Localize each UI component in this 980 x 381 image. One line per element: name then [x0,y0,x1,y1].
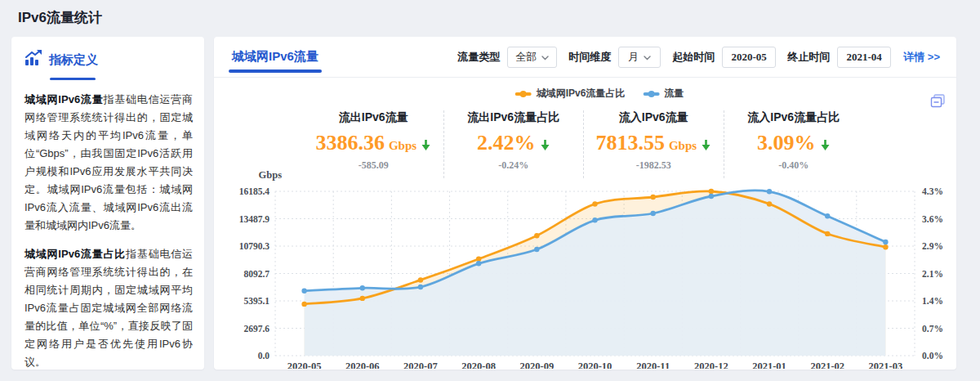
page-title: IPv6流量统计 [0,0,980,26]
right-tick-label: 2.9% [922,241,943,251]
legend-item-ratio[interactable]: 城域网IPv6流量占比 [515,87,626,101]
traffic-type-value: 全部 [515,50,537,65]
content: 指标定义 城域网IPv6流量指基础电信运营商网络管理系统统计得出的，固定城域网络… [11,37,980,370]
x-tick-label: 2020-07 [403,361,438,369]
stat-title: 流出IPv6流量占比 [444,110,584,125]
traffic-type-label: 流量类型 [457,50,500,65]
chevron-down-icon [644,51,651,63]
right-tick-label: 0.7% [922,324,943,334]
right-tick-label: 0.0% [922,351,943,361]
legend-row: 城域网IPv6流量占比 流量 [214,87,956,103]
tab-label: 城域网IPv6流量 [232,49,318,65]
x-tick-label: 2020-09 [519,361,554,369]
left-tick-label: 8092.7 [243,269,270,279]
start-time-label: 起始时间 [672,50,715,65]
bar-chart-icon [24,50,42,69]
definition-term: 城域网IPv6流量 [24,93,103,105]
chevron-down-icon [541,51,549,63]
page: IPv6流量统计 指标定义 城域网IPv6流量指基础电信运营商网络管理系统统计得… [0,0,980,370]
stat-title: 流入IPv6流量占比 [724,110,864,125]
definition-paragraph: 城域网IPv6流量占比指基础电信运营商网络管理系统统计得出的，在相同统计周期内，… [24,245,193,371]
legend-label: 流量 [664,87,684,101]
left-axis-name: Gbps [259,169,283,181]
left-tick-label: 5395.1 [243,296,270,306]
definition-card: 指标定义 城域网IPv6流量指基础电信运营商网络管理系统统计得出的，固定城域网络… [11,37,204,370]
x-tick-label: 2020-08 [461,361,496,369]
definition-header: 指标定义 [24,50,193,69]
down-arrow-icon [540,139,550,155]
definition-title: 指标定义 [49,52,98,68]
stat-unit: Gbps [389,139,416,153]
traffic-panel: 城域网IPv6流量 流量类型 全部 时间维度 月 起始时间 终止时间 [214,37,956,370]
down-arrow-icon [701,139,711,155]
stat-value: 3386.36 [315,131,385,155]
x-tick-label: 2020-06 [345,361,380,369]
left-tick-label: 2697.6 [243,324,270,334]
start-date-input[interactable] [722,47,776,68]
detail-link[interactable]: 详情 >> [903,50,940,65]
traffic-type-select[interactable]: 全部 [507,47,557,68]
legend-label: 城域网IPv6流量占比 [537,87,626,101]
title-underline [50,78,96,80]
definition-paragraph: 城域网IPv6流量指基础电信运营商网络管理系统统计得出的，固定城域网络天内的平均… [24,91,193,235]
tab-metro-ipv6-traffic[interactable]: 城域网IPv6流量 [232,37,318,77]
stat-title: 流出IPv6流量 [304,110,443,125]
legend-marker-blue [643,92,659,96]
legend-marker-orange [515,92,532,96]
x-tick-label: 2020-12 [694,361,728,369]
x-tick-label: 2021-02 [810,361,844,369]
stat-value: 3.09% [757,131,816,155]
left-tick-label: 13487.9 [239,214,270,224]
end-date-input[interactable] [837,47,891,68]
x-tick-label: 2020-10 [578,361,612,369]
panel-header: 城域网IPv6流量 流量类型 全部 时间维度 月 起始时间 终止时间 [214,37,956,78]
left-tick-label: 16185.4 [239,186,270,196]
chart-legend: 城域网IPv6流量占比 流量 [515,87,684,101]
time-dimension-value: 月 [628,50,639,65]
left-tick-label: 0.0 [258,351,270,361]
time-dimension-select[interactable]: 月 [618,47,661,68]
right-tick-label: 2.1% [922,269,943,279]
stat-unit: Gbps [669,139,697,153]
time-dimension-label: 时间维度 [568,50,611,65]
definition-text: 指基础电信运营商网络管理系统统计得出的，固定城域网络天内的平均IPv6流量，单位… [24,93,193,231]
down-arrow-icon [421,139,431,155]
line-chart[interactable]: Gbps16185.44.3%13487.93.6%10790.32.9%809… [214,159,956,369]
stat-title: 流入IPv6流量 [584,110,724,125]
right-tick-label: 3.6% [922,214,943,224]
legend-item-traffic[interactable]: 流量 [643,87,684,101]
definition-term: 城域网IPv6流量占比 [24,248,126,260]
right-tick-label: 4.3% [922,186,943,196]
x-tick-label: 2020-11 [636,361,670,369]
left-tick-label: 10790.3 [239,241,270,251]
right-tick-label: 1.4% [922,296,943,306]
down-arrow-icon [820,139,831,155]
x-tick-label: 2021-03 [869,361,903,369]
filter-bar: 流量类型 全部 时间维度 月 起始时间 终止时间 详情 >> [453,47,940,68]
end-time-label: 终止时间 [787,50,830,65]
chart-toolbox-icon[interactable] [930,94,946,111]
stat-value: 7813.55 [595,131,665,155]
x-tick-label: 2020-05 [287,361,322,369]
stat-value: 2.42% [477,131,536,155]
x-tick-label: 2021-01 [752,361,786,369]
definition-text: 指基础电信运营商网络管理系统统计得出的，在相同统计周期内，固定城域网平均IPv6… [24,248,193,368]
